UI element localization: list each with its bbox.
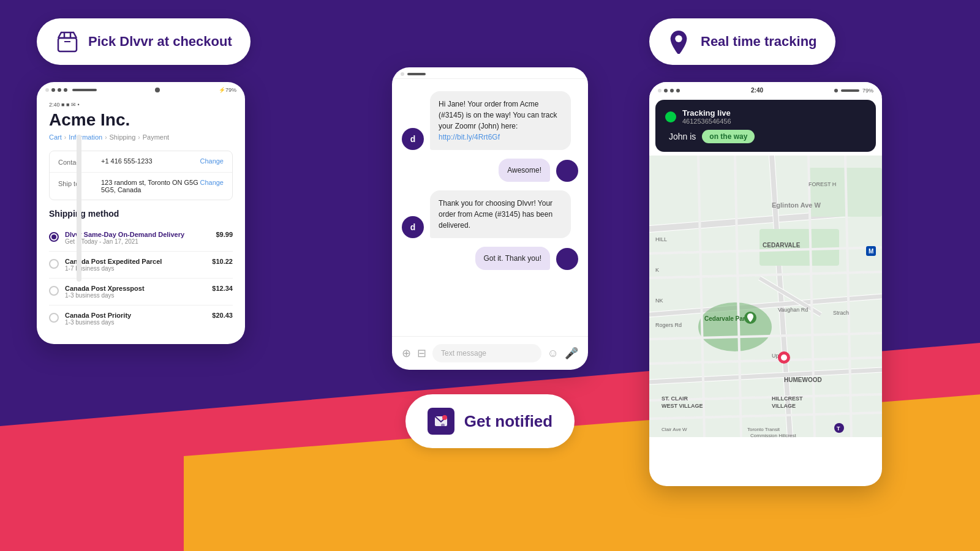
radio-btn-0[interactable] — [49, 232, 59, 242]
box-icon — [55, 29, 80, 54]
shipping-price-3: $20.43 — [212, 312, 233, 319]
svg-text:Clair Ave W: Clair Ave W — [662, 427, 687, 432]
svg-text:WEST VILLAGE: WEST VILLAGE — [662, 403, 703, 409]
user-avatar-1 — [556, 160, 578, 182]
radio-btn-2[interactable] — [49, 286, 59, 296]
bot-avatar-2: d — [402, 216, 424, 238]
chat-bubble-4: Got it. Thank you! — [475, 247, 551, 270]
get-notified-badge: Get notified — [405, 394, 575, 448]
tracking-live-label: Tracking live — [682, 108, 731, 118]
tracking-notification: Tracking live 4612536546456 John is on t… — [655, 100, 876, 152]
radio-btn-1[interactable] — [49, 259, 59, 269]
battery-level: 79% — [862, 88, 873, 94]
svg-text:Commission Hillcrest: Commission Hillcrest — [750, 433, 796, 437]
shipping-price-1: $10.22 — [212, 258, 233, 265]
bot-avatar-1: d — [402, 128, 424, 150]
svg-point-7 — [675, 36, 682, 42]
breadcrumb-payment: Payment — [143, 133, 169, 141]
chat-bubble-3: Thank you for choosing Dlvvr! Your order… — [430, 190, 571, 238]
shipping-option-2[interactable]: Canada Post Xpresspost 1-3 business days… — [49, 279, 233, 305]
phone-time-left: 2:40 ■ ■ ✉ • — [49, 102, 233, 108]
shipping-info-1: Canada Post Expedited Parcel 1-7 busines… — [65, 258, 206, 272]
breadcrumb-shipping: Shipping — [110, 133, 136, 141]
middle-section: d Hi Jane! Your order from Acme (#3145) … — [380, 18, 600, 448]
shipping-info-3: Canada Post Priority 1-3 business days — [65, 312, 206, 326]
notification-icon — [428, 408, 454, 435]
map-phone-topbar: 2:40 79% — [649, 82, 882, 96]
checkout-phone: ⚡79% 2:40 ■ ■ ✉ • Acme Inc. Cart › Infor… — [37, 82, 245, 344]
live-indicator — [665, 111, 676, 122]
svg-text:Eglinton Ave W: Eglinton Ave W — [772, 201, 821, 209]
shipping-name-3: Canada Post Priority — [65, 312, 206, 319]
driver-name-text: John is — [669, 132, 696, 141]
pick-dlvvr-badge: Pick Dlvvr at checkout — [37, 18, 251, 65]
chat-msg-2: Awesome! — [402, 159, 578, 182]
real-time-badge: Real time tracking — [649, 18, 835, 65]
svg-text:Toronto Transit: Toronto Transit — [747, 427, 780, 432]
svg-rect-5 — [441, 424, 445, 427]
shipping-name-1: Canada Post Expedited Parcel — [65, 258, 206, 265]
shipping-name-0: Dlvvr Same-Day On-Demand Delivery — [65, 231, 209, 238]
shipping-info-2: Canada Post Xpresspost 1-3 business days — [65, 285, 206, 299]
svg-text:Strach: Strach — [833, 310, 849, 316]
svg-text:CEDARVALE: CEDARVALE — [763, 242, 801, 249]
svg-text:ST. CLAIR: ST. CLAIR — [662, 395, 688, 402]
tracking-number: 4612536546456 — [682, 118, 731, 125]
pick-dlvvr-text: Pick Dlvvr at checkout — [88, 34, 232, 50]
svg-text:M: M — [869, 248, 873, 255]
shipping-price-0: $9.99 — [216, 231, 233, 238]
chat-msg-4: Got it. Thank you! — [402, 247, 578, 270]
svg-text:Vaughan Rd: Vaughan Rd — [778, 307, 808, 313]
shipping-option-3[interactable]: Canada Post Priority 1-3 business days $… — [49, 305, 233, 332]
contact-value: +1 416 555-1233 — [101, 157, 200, 165]
svg-point-53 — [781, 354, 787, 361]
shipping-days-2: 1-3 business days — [65, 292, 206, 299]
add-icon[interactable]: ⊕ — [402, 347, 411, 360]
svg-text:HUMEWOOD: HUMEWOOD — [784, 377, 822, 383]
svg-point-21 — [698, 302, 772, 351]
shipping-days-1: 1-7 business days — [65, 265, 206, 272]
map-view: Eglinton Ave W HILL FOREST H CEDARVALE K… — [649, 156, 882, 437]
shipping-name-2: Canada Post Xpresspost — [65, 285, 206, 292]
tracking-status: John is on the way — [665, 130, 866, 143]
svg-text:VILLAGE: VILLAGE — [772, 403, 796, 409]
tracking-header: Tracking live 4612536546456 — [665, 108, 866, 125]
chat-bubble-1: Hi Jane! Your order from Acme (#3145) is… — [430, 91, 571, 150]
ship-value: 123 random st, Toronto ON G5G 5G5, Canad… — [101, 179, 200, 193]
right-section: Real time tracking 2:40 79% — [649, 18, 943, 486]
svg-rect-0 — [58, 38, 77, 51]
attachment-icon[interactable]: ⊟ — [417, 347, 426, 360]
get-notified-text: Get notified — [464, 412, 552, 431]
svg-text:Cedarvale Park: Cedarvale Park — [704, 315, 749, 322]
mic-icon[interactable]: 🎤 — [565, 347, 578, 360]
map-phone-time: 2:40 — [751, 87, 763, 94]
contact-change[interactable]: Change — [200, 157, 224, 165]
svg-text:Rogers Rd: Rogers Rd — [655, 322, 682, 328]
user-avatar-2 — [556, 248, 578, 270]
svg-text:HILLCREST: HILLCREST — [772, 395, 803, 402]
breadcrumb-info: Information — [69, 133, 102, 141]
svg-point-6 — [442, 415, 447, 420]
svg-text:HILL: HILL — [655, 236, 667, 242]
radio-btn-3[interactable] — [49, 313, 59, 323]
emoji-icon[interactable]: ☺ — [548, 347, 559, 360]
ship-change[interactable]: Change — [200, 179, 224, 186]
store-name: Acme Inc. — [49, 110, 233, 130]
on-the-way-badge: on the way — [702, 130, 755, 143]
svg-text:K: K — [655, 267, 659, 273]
chat-area: d Hi Jane! Your order from Acme (#3145) … — [392, 79, 588, 336]
chat-msg-3: d Thank you for choosing Dlvvr! Your ord… — [402, 190, 578, 238]
chat-phone: d Hi Jane! Your order from Acme (#3145) … — [392, 67, 588, 370]
svg-text:T: T — [837, 425, 840, 432]
tracking-phone: 2:40 79% Tracking live 4612536546456 — [649, 82, 882, 486]
svg-text:NK: NK — [655, 298, 663, 304]
shipping-days-0: Get it Today - Jan 17, 2021 — [65, 238, 209, 245]
chat-bubble-2: Awesome! — [499, 159, 550, 182]
shipping-info-0: Dlvvr Same-Day On-Demand Delivery Get it… — [65, 231, 209, 245]
location-icon — [668, 29, 692, 54]
shipping-price-2: $12.34 — [212, 285, 233, 292]
left-accent — [77, 135, 81, 282]
real-time-text: Real time tracking — [701, 34, 817, 50]
message-input[interactable]: Text message — [432, 344, 541, 362]
tracking-link[interactable]: http://bit.ly/4Rrt6Gf — [439, 133, 500, 141]
